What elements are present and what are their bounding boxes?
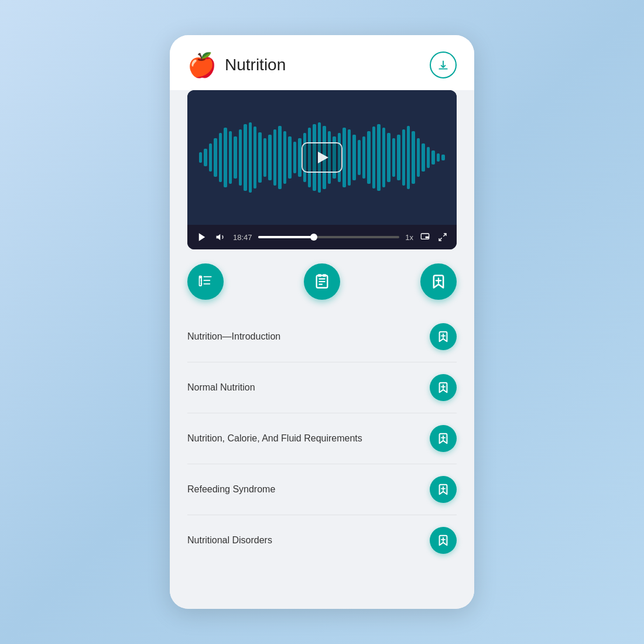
waveform-bar: [342, 128, 345, 187]
waveform-bar: [407, 126, 410, 189]
svg-line-4: [443, 234, 446, 237]
waveform-bar: [288, 136, 291, 179]
waveform-bar: [298, 138, 301, 177]
svg-marker-1: [217, 234, 221, 241]
waveform-bar: [358, 140, 361, 175]
fullscreen-button[interactable]: [437, 231, 448, 243]
waveform-bar: [377, 124, 380, 191]
waveform-bar: [254, 126, 256, 189]
waveform-bar: [229, 131, 232, 184]
waveform-bar: [392, 138, 395, 177]
video-controls: 18:47 1x: [187, 225, 457, 249]
play-button[interactable]: [302, 142, 342, 173]
header-left: 🍎 Nutrition: [187, 53, 286, 77]
waveform-bar: [397, 135, 400, 180]
chapter-bookmark-button[interactable]: [430, 374, 457, 401]
waveform-bar: [422, 143, 424, 172]
waveform-bar: [258, 132, 261, 183]
download-button[interactable]: [430, 52, 457, 78]
chapter-title: Nutrition—Introduction: [187, 330, 280, 343]
waveform-bar: [273, 129, 276, 186]
bookmark-button[interactable]: [420, 263, 457, 300]
speed-button[interactable]: 1x: [405, 233, 413, 242]
waveform-bar: [387, 133, 390, 182]
outline-button[interactable]: [187, 263, 224, 300]
chapter-item: Refeeding Syndrome: [187, 464, 457, 515]
svg-line-5: [439, 238, 442, 241]
main-card: 🍎 Nutrition: [170, 35, 474, 609]
waveform-bar: [224, 128, 227, 187]
svg-rect-7: [204, 276, 212, 278]
video-visual: [187, 90, 457, 225]
waveform-bar: [367, 131, 370, 184]
progress-fill: [258, 236, 315, 238]
chapter-bookmark-button[interactable]: [430, 527, 457, 554]
waveform-bar: [244, 124, 246, 191]
chapter-list: Nutrition—Introduction Normal Nutrition …: [170, 311, 474, 609]
chapter-item: Normal Nutrition: [187, 362, 457, 413]
waveform-bar: [372, 126, 375, 189]
time-display: 18:47: [233, 233, 252, 242]
waveform-bar: [412, 131, 415, 184]
chapter-title: Refeeding Syndrome: [187, 483, 275, 496]
pip-button[interactable]: [419, 231, 431, 243]
waveform-bar: [441, 155, 444, 160]
chapter-bookmark-button[interactable]: [430, 425, 457, 452]
header: 🍎 Nutrition: [170, 35, 474, 90]
waveform-bar: [199, 152, 202, 163]
chapter-bookmark-button[interactable]: [430, 323, 457, 350]
page-title: Nutrition: [225, 56, 286, 74]
svg-marker-0: [199, 233, 205, 241]
waveform-bar: [263, 138, 266, 177]
waveform-bar: [352, 135, 355, 180]
notes-button[interactable]: [304, 263, 340, 300]
waveform-bar: [417, 138, 420, 177]
chapter-item: Nutritional Disorders: [187, 515, 457, 566]
waveform-bar: [249, 122, 252, 193]
svg-rect-17: [318, 274, 321, 277]
apple-icon: 🍎: [187, 53, 217, 77]
waveform-bar: [234, 136, 237, 179]
waveform-bar: [239, 129, 242, 186]
waveform-bar: [431, 150, 434, 165]
chapter-title: Normal Nutrition: [187, 381, 255, 394]
progress-bar[interactable]: [258, 236, 400, 238]
play-pause-button[interactable]: [196, 231, 208, 244]
waveform-bar: [214, 138, 217, 177]
chapter-item: Nutrition, Calorie, And Fluid Requiremen…: [187, 413, 457, 464]
waveform-bar: [283, 131, 286, 184]
waveform-bar: [437, 153, 440, 162]
svg-rect-3: [426, 237, 429, 238]
waveform-bar: [362, 136, 365, 179]
waveform-bar: [204, 149, 207, 166]
waveform-bar: [348, 129, 351, 186]
volume-button[interactable]: [214, 231, 227, 244]
waveform-bar: [209, 143, 212, 172]
chapter-item: Nutrition—Introduction: [187, 311, 457, 362]
action-buttons: [170, 249, 474, 311]
waveform-bar: [427, 147, 430, 168]
chapter-bookmark-button[interactable]: [430, 476, 457, 503]
waveform-bar: [219, 133, 222, 182]
waveform-bar: [278, 126, 281, 189]
waveform-bar: [402, 129, 405, 186]
waveform-bar: [293, 142, 296, 173]
chapter-title: Nutritional Disorders: [187, 534, 272, 547]
waveform-bar: [268, 135, 271, 180]
chapter-title: Nutrition, Calorie, And Fluid Requiremen…: [187, 432, 362, 445]
svg-rect-18: [323, 274, 326, 277]
waveform-bar: [382, 128, 385, 187]
video-player: 18:47 1x: [187, 90, 457, 249]
svg-rect-9: [204, 280, 211, 281]
svg-rect-11: [204, 283, 211, 285]
